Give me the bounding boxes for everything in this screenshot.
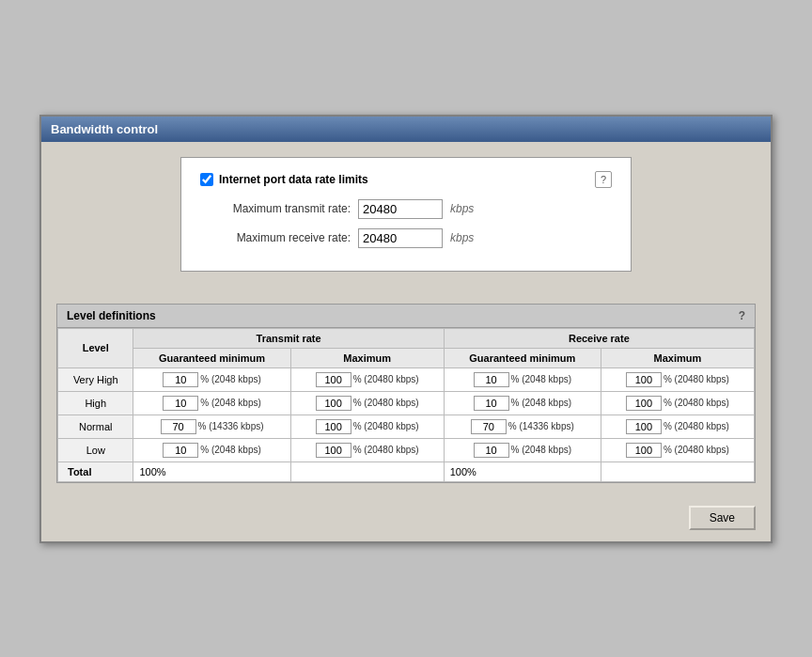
rx-max-cell-2: % (20480 kbps)	[601, 415, 754, 438]
rx-max-cell-0: % (20480 kbps)	[601, 368, 754, 391]
table-row: Low % (2048 kbps) % (20480 kbps) % (2048…	[58, 438, 755, 461]
max-transmit-row: Maximum transmit rate: kbps	[200, 199, 612, 219]
rx-min-input-2[interactable]	[471, 419, 507, 434]
level-definitions-table: Level Transmit rate Receive rate Guarant…	[57, 328, 755, 482]
tx-min-input-1[interactable]	[163, 396, 198, 411]
level-definitions-section: Level definitions ? Level Transmit rate …	[56, 304, 756, 483]
tx-max-cell-2: % (20480 kbps)	[290, 415, 444, 438]
rx-min-input-1[interactable]	[474, 396, 509, 411]
tx-max-input-1[interactable]	[316, 396, 351, 411]
rx-max-cell-3: % (20480 kbps)	[601, 438, 754, 461]
transmit-unit-label: kbps	[450, 202, 474, 215]
internet-port-help-icon: ?	[601, 174, 606, 185]
total-tx-empty	[290, 461, 444, 481]
tx-max-input-2[interactable]	[316, 419, 351, 434]
receive-unit-label: kbps	[450, 231, 474, 244]
internet-port-help-button[interactable]: ?	[595, 171, 612, 188]
total-label: Total	[58, 461, 133, 481]
max-receive-input[interactable]	[358, 228, 443, 248]
col-tx-maximum: Maximum	[290, 348, 444, 368]
rx-max-input-0[interactable]	[626, 372, 662, 387]
tx-min-note-3: % (2048 kbps)	[200, 444, 260, 457]
rx-min-note-3: % (2048 kbps)	[511, 444, 571, 457]
internet-port-checkbox-label[interactable]: Internet port data rate limits	[200, 173, 368, 186]
rx-min-note-1: % (2048 kbps)	[511, 397, 571, 410]
total-rx-val: 100%	[444, 461, 601, 481]
rx-min-input-0[interactable]	[474, 372, 509, 387]
level-cell-1: High	[58, 391, 133, 415]
tx-min-cell-3: % (2048 kbps)	[133, 438, 290, 461]
total-tx-val: 100%	[133, 461, 290, 481]
level-definitions-header: Level definitions ?	[57, 305, 755, 328]
tx-min-note-1: % (2048 kbps)	[200, 397, 260, 410]
rx-min-note-0: % (2048 kbps)	[511, 373, 571, 386]
tx-max-note-0: % (20480 kbps)	[353, 373, 419, 386]
tx-min-cell-2: % (14336 kbps)	[133, 415, 290, 438]
table-row: Normal % (14336 kbps) % (20480 kbps) % (…	[58, 415, 755, 438]
bandwidth-control-dialog: Bandwidth control Internet port data rat…	[39, 115, 773, 543]
internet-port-checkbox[interactable]	[200, 173, 213, 186]
level-cell-2: Normal	[58, 415, 133, 438]
table-row: Very High % (2048 kbps) % (20480 kbps) %…	[58, 368, 755, 391]
tx-max-cell-3: % (20480 kbps)	[290, 438, 444, 461]
rx-max-note-2: % (20480 kbps)	[664, 420, 729, 433]
tx-max-input-0[interactable]	[316, 372, 351, 387]
rx-max-note-3: % (20480 kbps)	[664, 444, 729, 457]
level-cell-0: Very High	[58, 368, 133, 391]
rx-max-note-0: % (20480 kbps)	[664, 373, 729, 386]
rx-max-input-1[interactable]	[626, 396, 662, 411]
internet-port-section: Internet port data rate limits ? Maximum…	[180, 157, 632, 272]
dialog-title: Bandwidth control	[41, 117, 771, 142]
rx-max-input-3[interactable]	[626, 443, 662, 458]
save-button[interactable]: Save	[689, 506, 756, 530]
rx-min-cell-3: % (2048 kbps)	[444, 438, 601, 461]
col-rx-maximum: Maximum	[601, 348, 754, 368]
col-receive-rate: Receive rate	[444, 328, 754, 348]
level-cell-3: Low	[58, 438, 133, 461]
tx-max-cell-0: % (20480 kbps)	[290, 368, 444, 391]
tx-max-input-3[interactable]	[316, 443, 351, 458]
tx-max-cell-1: % (20480 kbps)	[290, 391, 444, 415]
table-row: High % (2048 kbps) % (20480 kbps) % (204…	[58, 391, 755, 415]
col-level: Level	[58, 328, 133, 368]
tx-max-note-2: % (20480 kbps)	[353, 420, 419, 433]
rx-max-input-2[interactable]	[626, 419, 662, 434]
rx-min-cell-2: % (14336 kbps)	[444, 415, 601, 438]
col-rx-guaranteed-min: Guaranteed minimum	[444, 348, 601, 368]
tx-min-input-2[interactable]	[161, 419, 196, 434]
internet-port-label: Internet port data rate limits	[219, 173, 368, 186]
col-tx-guaranteed-min: Guaranteed minimum	[133, 348, 290, 368]
col-transmit-rate: Transmit rate	[133, 328, 444, 348]
max-receive-label: Maximum receive rate:	[200, 231, 351, 244]
internet-port-header-row: Internet port data rate limits ?	[200, 171, 612, 188]
level-definitions-title: Level definitions	[67, 309, 156, 322]
max-transmit-input[interactable]	[358, 199, 443, 219]
tx-max-note-3: % (20480 kbps)	[353, 444, 419, 457]
dialog-title-text: Bandwidth control	[51, 122, 158, 136]
rx-max-cell-1: % (20480 kbps)	[601, 391, 754, 415]
tx-min-cell-0: % (2048 kbps)	[133, 368, 290, 391]
tx-max-note-1: % (20480 kbps)	[353, 397, 419, 410]
total-row: Total 100% 100%	[58, 461, 755, 481]
level-definitions-help-icon[interactable]: ?	[739, 309, 745, 322]
tx-min-note-0: % (2048 kbps)	[200, 373, 260, 386]
tx-min-input-0[interactable]	[163, 372, 198, 387]
max-receive-row: Maximum receive rate: kbps	[200, 228, 612, 248]
rx-max-note-1: % (20480 kbps)	[664, 397, 729, 410]
tx-min-cell-1: % (2048 kbps)	[133, 391, 290, 415]
dialog-body: Internet port data rate limits ? Maximum…	[41, 142, 771, 498]
rx-min-cell-1: % (2048 kbps)	[444, 391, 601, 415]
tx-min-input-3[interactable]	[163, 443, 198, 458]
rx-min-note-2: % (14336 kbps)	[508, 420, 574, 433]
max-transmit-label: Maximum transmit rate:	[200, 202, 351, 215]
total-rx-empty	[601, 461, 754, 481]
dialog-footer: Save	[41, 498, 771, 541]
rx-min-cell-0: % (2048 kbps)	[444, 368, 601, 391]
tx-min-note-2: % (14336 kbps)	[198, 420, 264, 433]
rx-min-input-3[interactable]	[474, 443, 509, 458]
